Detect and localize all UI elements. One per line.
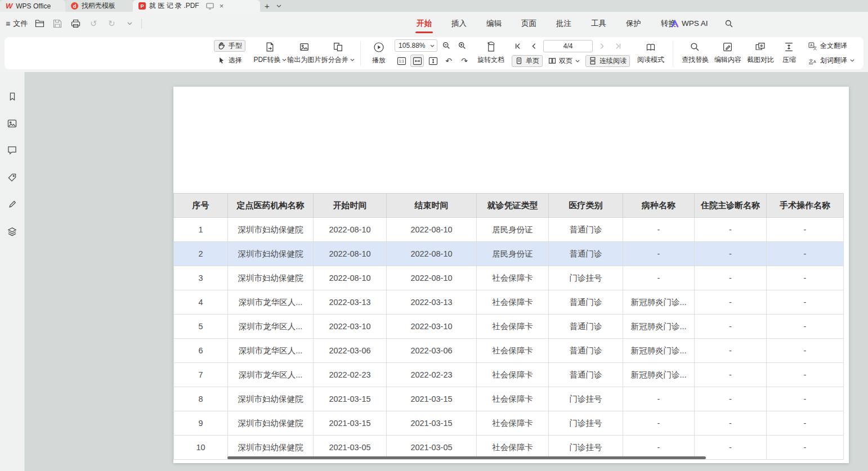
- table-cell: 2022-03-06: [387, 339, 477, 363]
- hand-tool-button[interactable]: 手型: [214, 40, 245, 52]
- tab-page[interactable]: 页面: [520, 12, 538, 35]
- table-cell: -: [767, 218, 844, 242]
- zoom-out-button[interactable]: [440, 39, 453, 52]
- next-page-button[interactable]: [595, 40, 609, 52]
- play-slideshow-button[interactable]: 播放: [366, 39, 391, 68]
- quick-access-toolbar: ≡ 文件 ↺ ↻: [6, 12, 142, 35]
- search-command-button[interactable]: [723, 17, 735, 30]
- table-cell: 深圳市妇幼保健院: [228, 266, 314, 290]
- pdf-convert-button[interactable]: PDF转换: [253, 39, 287, 68]
- thumbnails-panel-button[interactable]: [5, 116, 20, 131]
- rotate-document-button[interactable]: 旋转文档: [475, 39, 507, 68]
- file-menu-button[interactable]: ≡ 文件: [6, 19, 28, 29]
- ribbon-toolbar: 手型 选择 PDF转换 输出为图片: [0, 35, 868, 72]
- table-cell: -: [695, 266, 767, 290]
- last-page-button[interactable]: [611, 40, 624, 52]
- redo-button[interactable]: ↻: [105, 17, 118, 30]
- full-text-translate-button[interactable]: A 文 全文翻译: [805, 40, 851, 52]
- undo-history-chevron[interactable]: [123, 17, 136, 30]
- find-replace-button[interactable]: 查找替换: [679, 39, 712, 68]
- fit-page-button[interactable]: [426, 55, 440, 67]
- continuous-reading-button[interactable]: 连续阅读: [585, 55, 630, 67]
- table-cell: 6: [174, 339, 228, 363]
- read-mode-button[interactable]: 阅读模式: [634, 39, 667, 68]
- tab-home[interactable]: 开始: [415, 12, 433, 35]
- rotate-left-button[interactable]: ↶: [442, 55, 455, 67]
- actual-size-button[interactable]: 1:1: [395, 55, 408, 67]
- open-file-button[interactable]: [33, 17, 46, 30]
- table-cell: 新冠肺炎门诊...: [623, 315, 695, 339]
- table-cell: 2021-03-15: [387, 387, 477, 411]
- table-row: 6深圳市龙华区人...2022-03-062022-03-06社会保障卡普通门诊…: [174, 339, 844, 363]
- edit-content-button[interactable]: 编辑内容: [712, 39, 744, 68]
- tab-comment[interactable]: 批注: [555, 12, 572, 35]
- annotation-pen-panel-button[interactable]: [5, 197, 20, 212]
- hamburger-icon: ≡: [6, 19, 10, 28]
- save-button[interactable]: [51, 17, 64, 30]
- double-page-button[interactable]: 双页: [545, 55, 583, 67]
- table-cell: -: [695, 339, 767, 363]
- tab-list-chevron-icon[interactable]: [274, 0, 284, 12]
- table-row: 7深圳市龙华区人...2022-02-232022-02-23社会保障卡普通门诊…: [174, 363, 844, 387]
- export-as-image-button[interactable]: 输出为图片: [287, 39, 321, 68]
- tab-label: 找稻壳模板: [82, 1, 115, 11]
- table-cell: 2022-08-10: [387, 242, 477, 266]
- tab-edit[interactable]: 编辑: [485, 12, 503, 35]
- chevron-down-icon: [850, 59, 854, 62]
- rotate-right-button[interactable]: ↷: [458, 55, 471, 67]
- select-tool-button[interactable]: 选择: [214, 55, 245, 66]
- table-cell: 门诊挂号: [549, 387, 623, 411]
- new-tab-button[interactable]: +: [260, 0, 274, 12]
- tab-protect[interactable]: 保护: [625, 12, 642, 35]
- bookmarks-panel-button[interactable]: [5, 89, 20, 104]
- single-page-button[interactable]: 单页: [512, 55, 543, 67]
- table-cell: 深圳市龙华区人...: [228, 339, 314, 363]
- fit-width-button[interactable]: [410, 55, 424, 67]
- table-cell: 深圳市龙华区人...: [228, 363, 314, 387]
- wps-logo-icon: W: [6, 2, 12, 10]
- wps-ai-button[interactable]: WPS AI: [671, 19, 708, 28]
- table-cell: 4: [174, 290, 228, 315]
- word-translate-button[interactable]: 文 A 划词翻译: [805, 55, 858, 66]
- first-page-button[interactable]: [512, 40, 525, 52]
- single-page-icon: [515, 57, 523, 65]
- snapshot-compare-button[interactable]: 截图对比: [744, 39, 777, 68]
- column-header: 病种名称: [623, 194, 695, 218]
- tab-insert[interactable]: 插入: [450, 12, 468, 35]
- bookmark-icon: [8, 92, 17, 101]
- split-merge-button[interactable]: 拆分合并: [321, 39, 355, 68]
- chevron-down-icon: [282, 59, 287, 61]
- table-cell: -: [767, 315, 844, 339]
- zoom-level-combo[interactable]: [395, 39, 437, 52]
- tab-document-pdf[interactable]: P 就 医 记 录 .PDF ×: [133, 0, 260, 12]
- tab-docer-templates[interactable]: d 找稻壳模板: [65, 0, 133, 12]
- layers-panel-button[interactable]: [5, 224, 20, 239]
- attachments-panel-button[interactable]: [5, 170, 20, 185]
- table-cell: -: [695, 242, 767, 266]
- table-cell: 居民身份证: [477, 218, 549, 242]
- layers-icon: [7, 227, 17, 236]
- print-button[interactable]: [69, 17, 82, 30]
- cursor-icon: [217, 56, 226, 65]
- table-row: 9深圳市妇幼保健院2021-03-152021-03-15社会保障卡门诊挂号--…: [174, 411, 844, 436]
- tab-tools[interactable]: 工具: [590, 12, 607, 35]
- undo-button[interactable]: ↺: [87, 17, 100, 30]
- table-cell: -: [623, 242, 695, 266]
- previous-page-button[interactable]: [527, 40, 541, 52]
- table-cell: 社会保障卡: [477, 411, 549, 436]
- rotate-document-icon: [486, 42, 496, 52]
- page-indicator-input[interactable]: [543, 40, 593, 52]
- compress-button[interactable]: 压缩: [777, 39, 802, 68]
- table-cell: -: [767, 242, 844, 266]
- table-cell: -: [695, 436, 767, 460]
- tab-wps-office[interactable]: W WPS Office: [0, 0, 65, 12]
- comments-panel-button[interactable]: [5, 143, 20, 158]
- close-tab-icon[interactable]: ×: [220, 2, 224, 10]
- rotate-right-icon: ↷: [461, 57, 468, 65]
- zoom-level-input[interactable]: [399, 42, 428, 50]
- table-cell: 普通门诊: [549, 242, 623, 266]
- zoom-in-button[interactable]: [455, 39, 469, 52]
- table-row: 5深圳市龙华区人...2022-03-102022-03-10社会保障卡普通门诊…: [174, 315, 844, 339]
- double-page-icon: [548, 57, 556, 65]
- zoom-in-icon: [458, 41, 467, 50]
